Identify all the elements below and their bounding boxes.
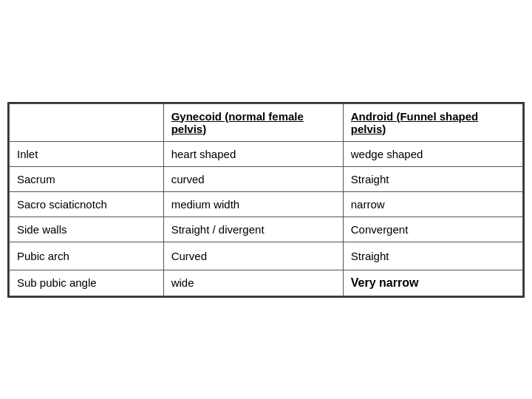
row-android-value: Very narrow xyxy=(343,270,522,296)
row-label: Sub pubic angle xyxy=(10,270,164,296)
table-row: Inlet heart shaped wedge shaped xyxy=(10,141,523,166)
row-android-value: Convergent xyxy=(343,216,522,242)
table-header-row: Gynecoid (normal female pelvis) Android … xyxy=(10,103,523,141)
header-gynecoid: Gynecoid (normal female pelvis) xyxy=(163,103,343,141)
row-android-value: Straight xyxy=(343,166,522,191)
row-android-value: wedge shaped xyxy=(343,141,522,166)
row-android-value: Straight xyxy=(343,242,522,270)
row-label: Side walls xyxy=(10,216,164,242)
table-row: Side walls Straight / divergent Converge… xyxy=(10,216,523,242)
row-label: Pubic arch xyxy=(10,242,164,270)
row-label: Inlet xyxy=(10,141,164,166)
row-gynecoid-value: medium width xyxy=(163,191,343,216)
row-label: Sacrum xyxy=(10,166,164,191)
header-label-cell xyxy=(10,103,164,141)
table-row: Pubic arch Curved Straight xyxy=(10,242,523,270)
row-gynecoid-value: heart shaped xyxy=(163,141,343,166)
row-label: Sacro sciaticnotch xyxy=(10,191,164,216)
table-row: Sacrum curved Straight xyxy=(10,166,523,191)
table-row: Sacro sciaticnotch medium width narrow xyxy=(10,191,523,216)
comparison-table: Gynecoid (normal female pelvis) Android … xyxy=(7,102,525,298)
very-narrow-text: Very narrow xyxy=(351,276,419,289)
row-android-value: narrow xyxy=(343,191,522,216)
table-row: Sub pubic angle wide Very narrow xyxy=(10,270,523,296)
row-gynecoid-value: curved xyxy=(163,166,343,191)
row-gynecoid-value: Curved xyxy=(163,242,343,270)
header-android: Android (Funnel shaped pelvis) xyxy=(343,103,522,141)
row-gynecoid-value: Straight / divergent xyxy=(163,216,343,242)
row-gynecoid-value: wide xyxy=(163,270,343,296)
